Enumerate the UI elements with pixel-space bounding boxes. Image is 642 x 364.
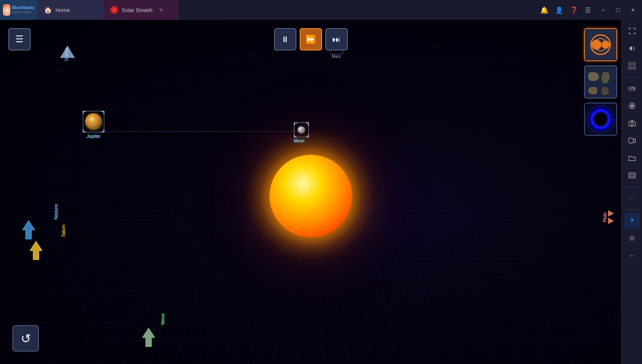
back-button[interactable]: ← <box>624 248 640 263</box>
saturn-arrow-icon <box>28 239 44 262</box>
account-icon[interactable]: 👤 <box>555 6 563 14</box>
venus-label: Venus <box>161 314 165 325</box>
jupiter-planet <box>85 113 102 130</box>
refresh-icon: ↺ <box>21 331 31 346</box>
help-button[interactable]: ? <box>624 213 640 229</box>
blackhole-panel-button[interactable] <box>584 103 617 136</box>
minimize-button[interactable]: − <box>597 4 609 16</box>
weapons-icon <box>590 34 611 55</box>
pluto-arrow-icon <box>608 210 614 224</box>
settings-button[interactable] <box>624 230 640 246</box>
game-panel <box>584 28 617 136</box>
jupiter-container[interactable]: Jupiter <box>83 111 104 139</box>
titlebar: BlueStacks 4.270.0.1053 🏠 Home Solar Sma… <box>0 0 642 20</box>
pause-button[interactable]: ⏸ <box>274 28 296 50</box>
help-titlebar-icon[interactable]: ❓ <box>570 6 578 14</box>
neptune-label: Neptune <box>54 204 58 220</box>
bluestacks-icon <box>3 4 10 16</box>
pluto-indicator[interactable]: Pluto <box>603 210 614 224</box>
uranus-label: Uranus <box>64 48 69 61</box>
menu-titlebar-icon[interactable]: ☰ <box>585 6 591 14</box>
tab-close-icon[interactable]: ✕ <box>159 7 163 13</box>
fast-forward-icon: ⏩ <box>305 34 316 44</box>
svg-point-15 <box>631 105 633 107</box>
notification-icon[interactable]: 🔔 <box>540 6 548 14</box>
svg-point-12 <box>632 88 633 89</box>
corner-bl <box>83 129 86 132</box>
blackhole-icon <box>588 107 613 132</box>
mars-indicator: Mars <box>330 50 343 59</box>
uranus-indicator[interactable]: Uranus <box>60 46 75 61</box>
pluto-chevron-1 <box>608 210 614 217</box>
neptune-arrow-icon <box>21 218 36 241</box>
close-button[interactable]: × <box>627 4 639 16</box>
saturn-indicator[interactable]: Saturn <box>28 239 66 262</box>
sun[interactable] <box>269 155 352 237</box>
svg-point-22 <box>631 237 633 239</box>
fullscreen-button[interactable] <box>624 23 640 39</box>
moon-corner-br <box>306 135 309 137</box>
solar-tab-icon <box>110 6 118 14</box>
menu-button[interactable]: ☰ <box>8 28 31 50</box>
pluto-label: Pluto <box>603 213 607 222</box>
moon-corner-bl <box>294 135 296 137</box>
sun-body <box>269 155 352 237</box>
layers-button[interactable] <box>624 168 640 183</box>
asteroid-rock-2 <box>601 72 610 84</box>
trajectory-line <box>103 132 298 132</box>
pluto-chevron-2 <box>608 218 614 224</box>
svg-rect-19 <box>629 173 635 178</box>
mars-label: Mars <box>332 54 341 59</box>
record-button[interactable] <box>624 98 640 114</box>
volume-button[interactable] <box>624 41 640 56</box>
window-controls: − □ × <box>597 4 642 16</box>
weapon-center <box>601 41 610 49</box>
skip-button[interactable]: ⏭ Mars <box>325 28 348 50</box>
skip-icon: ⏭ <box>332 35 341 44</box>
fast-forward-button[interactable]: ⏩ <box>300 28 322 50</box>
solar-smash-tab[interactable]: Solar Smash ✕ <box>103 0 178 20</box>
svg-point-13 <box>633 89 634 89</box>
bluestacks-logo: BlueStacks 4.270.0.1053 <box>0 0 37 20</box>
corner-tl <box>83 111 86 114</box>
saturn-label: Saturn <box>61 225 66 237</box>
weapons-panel-button[interactable] <box>584 28 617 61</box>
moon-label: Moon <box>294 139 309 143</box>
asteroid-rock-4 <box>601 87 609 95</box>
more-button[interactable]: ··· <box>624 190 640 206</box>
pause-icon: ⏸ <box>281 35 289 44</box>
svg-point-1 <box>5 8 8 11</box>
gamepad-button[interactable] <box>624 81 640 96</box>
folder-button[interactable] <box>624 150 640 166</box>
corner-tr <box>101 111 104 114</box>
screenshot-button[interactable] <box>624 115 640 131</box>
moon-container[interactable]: Moon <box>294 122 309 143</box>
menu-icon: ☰ <box>15 34 24 45</box>
game-controls: ⏸ ⏩ ⏭ Mars <box>274 28 348 50</box>
home-icon: 🏠 <box>44 6 52 14</box>
asteroids-panel-button[interactable] <box>584 65 617 98</box>
sidebar-divider-2 <box>626 187 638 187</box>
video-button[interactable] <box>624 133 640 148</box>
venus-arrow-icon <box>141 326 156 349</box>
svg-rect-7 <box>629 67 631 69</box>
maximize-button[interactable]: □ <box>612 4 624 16</box>
jupiter-selection-box <box>83 111 104 132</box>
svg-rect-8 <box>633 67 635 69</box>
sidebar-divider-3 <box>626 209 638 210</box>
refresh-button[interactable]: ↺ <box>12 325 39 352</box>
home-tab-label: Home <box>55 7 70 13</box>
moon-selection-box <box>294 122 309 137</box>
titlebar-icons: 🔔 👤 ❓ ☰ <box>540 6 597 14</box>
home-tab[interactable]: 🏠 Home <box>37 0 103 20</box>
venus-indicator[interactable]: Venus <box>141 326 165 349</box>
neptune-indicator[interactable]: Neptune <box>21 218 58 241</box>
sidebar-divider-1 <box>626 77 638 77</box>
svg-marker-4 <box>142 328 155 347</box>
grid-button[interactable] <box>624 58 640 74</box>
solar-tab-label: Solar Smash <box>122 7 152 13</box>
svg-rect-5 <box>629 62 631 65</box>
svg-marker-2 <box>22 220 35 239</box>
svg-marker-3 <box>30 241 42 260</box>
game-area[interactable]: ☰ Uranus ⏸ ⏩ ⏭ Mars Jupiter <box>0 20 621 364</box>
